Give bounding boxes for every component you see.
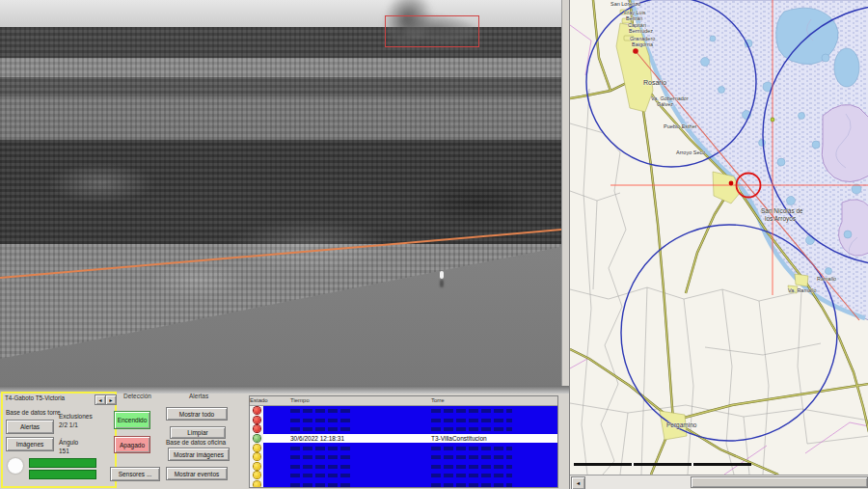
mostrar-eventos-button[interactable]: Mostrar eventos xyxy=(166,467,228,480)
db-oficina-label: Base de datos oficina xyxy=(166,439,226,446)
event-time xyxy=(263,480,408,488)
mostrar-imagenes-button[interactable]: Mostrar imágenes xyxy=(168,448,230,461)
map-town-label: los Arroyos xyxy=(765,215,797,223)
event-time xyxy=(263,443,408,452)
event-row[interactable] xyxy=(250,462,557,472)
encendido-button[interactable]: Encendido xyxy=(114,411,150,429)
waypoint-dot xyxy=(771,118,774,122)
exclusiones-label: Exclusiones xyxy=(59,413,93,420)
alertas-group-title: Alertas xyxy=(189,393,208,399)
camera-view xyxy=(0,0,561,386)
event-tower xyxy=(408,471,557,480)
event-time xyxy=(263,462,408,472)
fire-detection-app: T4-Gaboto T5-Victoria ◄ ► Base de datos … xyxy=(0,0,868,489)
event-time xyxy=(263,452,408,462)
alert-yellow-icon xyxy=(254,453,260,460)
event-row[interactable] xyxy=(250,480,557,488)
map-town-label: Rosario xyxy=(643,79,666,86)
map-horizontal-scrollbar[interactable]: ◄ xyxy=(570,475,868,489)
scrollbar-thumb[interactable] xyxy=(691,476,868,488)
apagado-button[interactable]: Apagado xyxy=(114,436,150,453)
mostrar-todo-button[interactable]: Mostrar todo xyxy=(166,407,228,421)
progress-bar xyxy=(29,458,96,468)
status-indicator-circle xyxy=(8,458,23,474)
map-town-label: Pergamino xyxy=(666,421,697,429)
alert-green-icon xyxy=(254,435,260,442)
events-table-header: Estado Tiempo Torre xyxy=(250,396,557,406)
alert-red-icon xyxy=(254,417,260,423)
event-time: 30/6/2022 12:18:31 xyxy=(263,434,408,444)
map-town-label: Pueblo Esther xyxy=(664,123,697,129)
smoke-detection-box xyxy=(385,15,479,47)
event-row[interactable] xyxy=(250,406,557,416)
map-town-label: Va. Ramallo xyxy=(788,287,817,293)
map-town-label: Baigorria xyxy=(632,41,654,47)
buoy xyxy=(440,271,444,279)
map-town-label: Arroyo Seco xyxy=(676,149,705,155)
fire-point-marker xyxy=(729,181,734,186)
map-town-label: San Lorenzo xyxy=(610,1,640,7)
map-town-label: Gálvez xyxy=(657,101,673,107)
event-tower xyxy=(408,443,557,452)
event-tower: T3-VillaConstitucion xyxy=(408,434,557,444)
column-header-torre: Torre xyxy=(408,396,557,405)
events-table-body: 30/6/2022 12:18:31T3-VillaConstitucion xyxy=(250,406,557,488)
event-tower xyxy=(408,480,557,488)
imagenes-button[interactable]: Imágenes xyxy=(6,437,54,451)
alert-yellow-icon xyxy=(254,463,260,470)
limpiar-button[interactable]: Limpiar xyxy=(170,426,226,439)
tower-panel: T4-Gaboto T5-Victoria ◄ ► Base de datos … xyxy=(1,392,117,488)
event-time xyxy=(263,406,408,416)
alertas-button[interactable]: Alertas xyxy=(6,420,54,434)
scroll-left-button[interactable]: ◄ xyxy=(571,476,585,489)
exclusiones-value: 2/2 1/1 xyxy=(59,421,78,428)
alert-yellow-icon xyxy=(254,445,260,451)
event-time xyxy=(263,416,408,425)
event-tower xyxy=(408,406,557,416)
gis-map[interactable]: San LorenzoFray LuisBeltránCapitánBermúd… xyxy=(570,0,868,475)
event-time xyxy=(263,471,408,480)
db-torre-label: Base de datos torre xyxy=(6,409,61,416)
map-panel[interactable]: San LorenzoFray LuisBeltránCapitánBermúd… xyxy=(569,0,868,489)
events-table[interactable]: Estado Tiempo Torre 30/6/2022 12:18:31T3… xyxy=(249,395,558,488)
event-time xyxy=(263,424,408,434)
event-row[interactable] xyxy=(250,452,557,462)
tab-next-button[interactable]: ► xyxy=(105,394,117,405)
angulo-value: 151 xyxy=(59,448,69,454)
alert-yellow-icon xyxy=(254,481,260,488)
event-tower xyxy=(408,416,557,425)
event-tower xyxy=(408,452,557,462)
alert-red-icon xyxy=(254,425,260,432)
alert-yellow-icon xyxy=(254,472,260,478)
event-row[interactable] xyxy=(250,443,557,452)
map-town-label: San Nicolás de xyxy=(761,207,803,214)
tower-tabs-label: T4-Gaboto T5-Victoria xyxy=(5,394,65,401)
map-canvas[interactable]: San LorenzoFray LuisBeltránCapitánBermúd… xyxy=(570,0,868,475)
event-row[interactable] xyxy=(250,471,557,480)
alert-red-icon xyxy=(254,407,260,414)
event-row[interactable] xyxy=(250,416,557,425)
map-town-label: Beltrán xyxy=(626,15,642,21)
column-header-estado: Estado xyxy=(250,396,263,405)
event-row[interactable] xyxy=(250,424,557,434)
event-row[interactable]: 30/6/2022 12:18:31T3-VillaConstitucion xyxy=(250,434,557,444)
deteccion-group-title: Detección xyxy=(123,393,151,399)
event-tower xyxy=(408,424,557,434)
tower-marker xyxy=(633,48,638,54)
event-tower xyxy=(408,462,557,472)
map-scale-bar xyxy=(574,463,751,466)
progress-bar xyxy=(29,470,96,479)
column-header-tiempo: Tiempo xyxy=(263,396,408,405)
map-town-label: Bermúdez xyxy=(629,28,653,34)
angulo-label: Ángulo xyxy=(59,439,78,446)
sensores-button[interactable]: Sensores ... xyxy=(110,467,160,481)
map-town-label: Ramallo xyxy=(817,276,836,282)
